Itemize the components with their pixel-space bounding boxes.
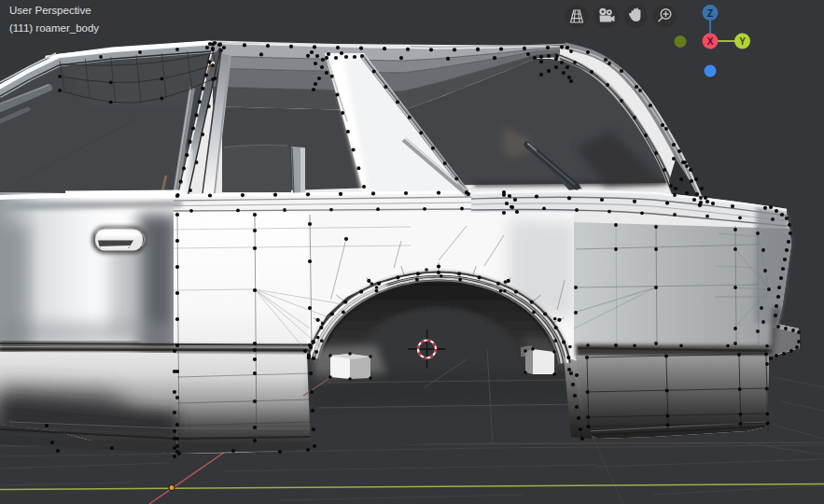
svg-text:(111) roamer_body: (111) roamer_body bbox=[9, 22, 99, 34]
svg-text:User Perspective: User Perspective bbox=[9, 5, 91, 16]
svg-text:X: X bbox=[707, 36, 714, 47]
svg-text:Z: Z bbox=[707, 8, 713, 19]
svg-text:Y: Y bbox=[739, 36, 746, 47]
